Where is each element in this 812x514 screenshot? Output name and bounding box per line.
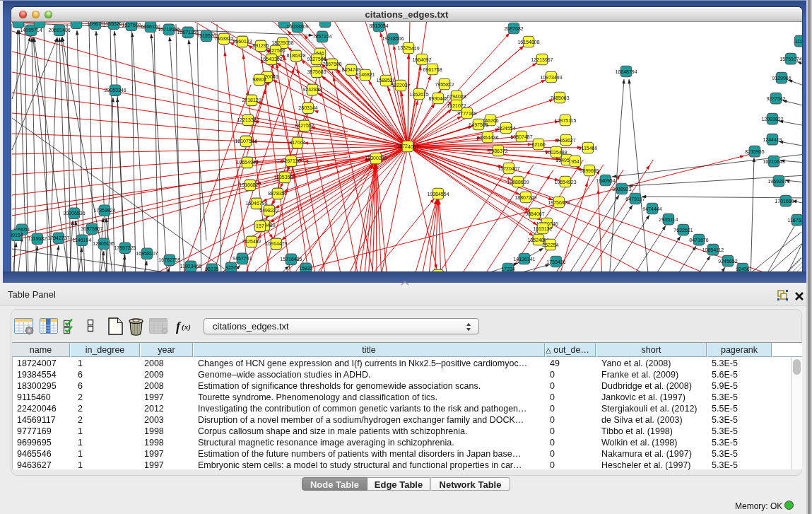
svg-text:8938923: 8938923 xyxy=(612,187,631,192)
svg-text:12213967: 12213967 xyxy=(531,57,553,62)
svg-text:1527602: 1527602 xyxy=(122,23,141,28)
svg-text:1588520: 1588520 xyxy=(376,78,395,83)
svg-text:1112: 1112 xyxy=(795,39,802,44)
svg-text:92456: 92456 xyxy=(736,267,750,271)
svg-text:8813054: 8813054 xyxy=(369,23,388,28)
svg-text:17016504: 17016504 xyxy=(775,199,796,204)
svg-text:9115460: 9115460 xyxy=(579,146,598,151)
svg-text:20364436: 20364436 xyxy=(476,135,498,140)
svg-text:9327508: 9327508 xyxy=(307,57,326,62)
svg-text:16671355: 16671355 xyxy=(177,30,199,35)
svg-text:11353594: 11353594 xyxy=(274,175,296,180)
svg-text:19384554: 19384554 xyxy=(427,192,449,197)
svg-text:817004: 817004 xyxy=(289,140,305,145)
svg-text:3824554: 3824554 xyxy=(496,126,515,131)
svg-text:18724007: 18724007 xyxy=(396,144,418,148)
svg-text:62160: 62160 xyxy=(531,142,546,147)
svg-text:19654923: 19654923 xyxy=(554,180,576,185)
svg-text:18226058: 18226058 xyxy=(271,40,293,45)
svg-text:19756928: 19756928 xyxy=(548,200,570,205)
svg-text:252254: 252254 xyxy=(542,243,558,247)
svg-text:17942737: 17942737 xyxy=(47,235,69,240)
svg-text:9457791: 9457791 xyxy=(233,256,252,261)
svg-text:6961758: 6961758 xyxy=(423,67,442,72)
svg-text:12093822: 12093822 xyxy=(761,117,783,122)
svg-text:16958107: 16958107 xyxy=(136,251,158,256)
svg-text:15720407: 15720407 xyxy=(498,166,519,171)
svg-text:16543362: 16543362 xyxy=(260,57,282,62)
svg-text:20206536: 20206536 xyxy=(63,211,85,216)
svg-text:15716485: 15716485 xyxy=(280,257,302,262)
svg-text:109677: 109677 xyxy=(87,22,103,26)
svg-text:15751074: 15751074 xyxy=(779,57,801,62)
svg-text:17957225: 17957225 xyxy=(114,245,136,250)
svg-text:9267130: 9267130 xyxy=(281,158,300,163)
svg-text:19218506: 19218506 xyxy=(382,36,404,41)
svg-text:2718120: 2718120 xyxy=(242,98,261,103)
svg-text:9884067: 9884067 xyxy=(525,211,544,216)
svg-text:7857224: 7857224 xyxy=(312,34,331,39)
svg-text:9257: 9257 xyxy=(225,265,237,270)
svg-text:2935114: 2935114 xyxy=(659,217,678,222)
svg-text:16033809: 16033809 xyxy=(286,24,308,29)
svg-text:1115682: 1115682 xyxy=(28,236,47,241)
svg-text:13325419: 13325419 xyxy=(397,45,419,50)
svg-text:12905135: 12905135 xyxy=(93,241,114,246)
svg-text:98235: 98235 xyxy=(205,267,219,271)
svg-text:10973493: 10973493 xyxy=(540,75,562,80)
svg-text:1615132: 1615132 xyxy=(533,226,552,231)
svg-text:14136141: 14136141 xyxy=(513,257,535,262)
svg-text:14055714: 14055714 xyxy=(20,28,42,33)
svg-text:7986372: 7986372 xyxy=(488,148,507,153)
svg-text:6479197: 6479197 xyxy=(625,197,645,201)
svg-text:39154: 39154 xyxy=(11,233,23,238)
svg-text:18807249: 18807249 xyxy=(514,195,536,200)
svg-text:1664092: 1664092 xyxy=(412,57,431,62)
svg-text:8454749: 8454749 xyxy=(341,67,360,72)
svg-text:9227342: 9227342 xyxy=(766,96,785,101)
svg-text:11923466: 11923466 xyxy=(180,264,202,269)
svg-text:7515526: 7515526 xyxy=(196,33,216,38)
svg-text:157: 157 xyxy=(256,223,264,228)
svg-text:9129966: 9129966 xyxy=(772,76,791,81)
svg-text:10688609: 10688609 xyxy=(507,180,529,185)
svg-text:10654943: 10654943 xyxy=(236,160,258,165)
svg-text:17359924: 17359924 xyxy=(93,208,115,213)
svg-text:15832: 15832 xyxy=(299,266,313,271)
svg-text:9899695: 9899695 xyxy=(579,168,599,173)
svg-text:16210643: 16210643 xyxy=(763,159,784,164)
svg-text:5498222: 5498222 xyxy=(259,208,278,213)
svg-text:2087682: 2087682 xyxy=(504,26,523,31)
svg-text:f: f xyxy=(176,320,182,334)
svg-text:954: 954 xyxy=(571,159,579,164)
svg-text:1621072: 1621072 xyxy=(447,103,466,108)
svg-text:8878352: 8878352 xyxy=(268,191,287,196)
svg-text:19692971: 19692971 xyxy=(767,179,789,184)
svg-text:98903: 98903 xyxy=(252,77,266,82)
svg-text:7955812: 7955812 xyxy=(435,82,454,87)
svg-text:19166827: 19166827 xyxy=(239,182,261,187)
svg-text:8660123: 8660123 xyxy=(233,39,252,44)
svg-text:16154808: 16154808 xyxy=(517,40,539,45)
svg-text:6497568: 6497568 xyxy=(469,122,488,127)
svg-text:7632621: 7632621 xyxy=(673,228,693,233)
svg-text:16782759: 16782759 xyxy=(158,257,180,262)
svg-text:10807487: 10807487 xyxy=(510,134,532,139)
svg-text:8427552: 8427552 xyxy=(295,123,314,128)
svg-text:2867608: 2867608 xyxy=(322,62,341,66)
svg-text:9827506: 9827506 xyxy=(266,48,285,53)
svg-text:8186328: 8186328 xyxy=(286,53,305,58)
svg-text:8990448: 8990448 xyxy=(428,96,447,101)
svg-text:1244419: 1244419 xyxy=(763,137,782,142)
svg-text:8471676: 8471676 xyxy=(689,238,708,243)
svg-text:9146821: 9146821 xyxy=(355,72,375,77)
svg-text:7625402: 7625402 xyxy=(242,239,261,244)
svg-text:10654112: 10654112 xyxy=(702,247,724,252)
svg-text:20691406: 20691406 xyxy=(48,28,70,33)
svg-text:3875685: 3875685 xyxy=(307,69,326,74)
svg-text:8215955: 8215955 xyxy=(745,149,764,154)
svg-text:6794028: 6794028 xyxy=(447,94,466,99)
svg-text:12975115: 12975115 xyxy=(555,118,577,123)
svg-text:9463627: 9463627 xyxy=(556,138,575,143)
svg-text:891295: 891295 xyxy=(252,43,269,48)
